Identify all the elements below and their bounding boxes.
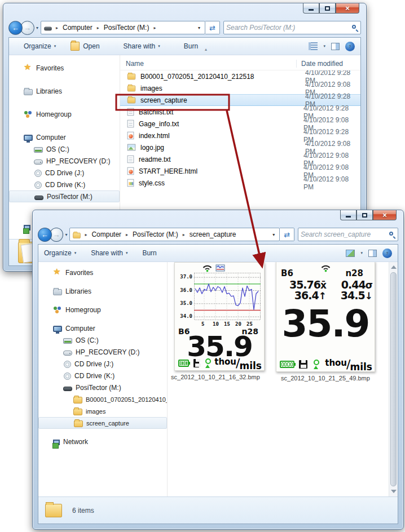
units-label: thou / mils (214, 356, 262, 370)
refresh-button[interactable]: ⇄ (205, 21, 220, 34)
column-header-name[interactable]: Name▴ (120, 60, 296, 68)
close-button[interactable]: × (336, 3, 359, 14)
toolbar-icon-button[interactable] (346, 250, 355, 257)
address-bar[interactable]: ▸ Computer▸PosiTector (M:)▸ ▾ (41, 21, 205, 34)
toolbar-icon-button[interactable]: ? (382, 249, 392, 258)
close-button[interactable]: × (373, 210, 397, 220)
toolbar-button[interactable]: Open (71, 42, 99, 51)
toolbar-icon-button[interactable]: ▾ (323, 44, 325, 48)
search-input[interactable] (226, 24, 352, 32)
sidebar-item[interactable]: Computer (9, 131, 120, 143)
toolbar-button[interactable]: Share with▾ (115, 42, 160, 51)
toolbar-icon-button[interactable]: ▾ (360, 251, 363, 255)
minimize-button[interactable] (340, 210, 356, 220)
thumbnail-sc-stats[interactable]: B6 n28 35.76x̄ 0.44σ 36.4↑ 34.5↓ 35.9 (276, 262, 375, 372)
search-input[interactable] (301, 230, 389, 238)
usb-icon (34, 196, 43, 200)
y-tick-label: 37.0 (176, 274, 192, 280)
toolbar-icon-button[interactable] (331, 43, 340, 50)
gauge-display: B6 n28 35.76x̄ 0.44σ 36.4↑ 34.5↓ 35.9 (276, 262, 375, 371)
sidebar-item[interactable]: Favorites (9, 62, 120, 74)
sidebar-item[interactable]: PosiTector (M:) (9, 190, 120, 202)
history-dropdown-icon[interactable]: ▾ (65, 232, 67, 237)
preview-pane-icon (368, 250, 377, 257)
toolbar-icon-button[interactable]: ? (345, 42, 355, 51)
cd-icon (34, 170, 42, 177)
sidebar-item[interactable]: CD Drive (J:) (9, 167, 120, 179)
navigation-bar: ← → ▾ ▸ Computer▸PosiTector (M:)▸screen_… (38, 226, 398, 243)
toolbar-button[interactable]: Burn (175, 42, 198, 51)
cd-icon (64, 373, 71, 380)
sidebar-item[interactable]: Network (38, 436, 167, 447)
sidebar-item[interactable]: Libraries (38, 285, 167, 297)
scrollbar-thumb[interactable] (390, 272, 397, 486)
address-dropdown-icon[interactable]: ▾ (270, 232, 277, 237)
scroll-up-icon[interactable] (391, 265, 397, 269)
osdrive-icon (34, 147, 43, 153)
cd-icon (64, 361, 71, 368)
breadcrumb-segment[interactable]: screen_capture (188, 230, 237, 239)
scroll-down-icon[interactable] (391, 490, 397, 493)
vertical-scrollbar[interactable] (389, 262, 398, 496)
sidebar-item[interactable]: screen_capture (38, 417, 167, 429)
file-name-caption[interactable]: sc_2012_10_10_21_16_32.bmp (168, 374, 263, 380)
sidebar-item[interactable]: OS (C:) (38, 334, 167, 346)
toolbar-icon-button[interactable] (368, 250, 377, 257)
x-tick-label: 15 (224, 321, 230, 327)
breadcrumb-segment[interactable]: PosiTector (M:) (131, 230, 179, 239)
network-icon (53, 440, 60, 445)
back-button[interactable]: ← (8, 21, 23, 35)
breadcrumb-segment[interactable]: Computer (90, 230, 122, 239)
refresh-button[interactable]: ⇄ (280, 228, 294, 241)
txt-icon (127, 108, 134, 116)
file-name-caption[interactable]: sc_2012_10_10_21_25_49.bmp (269, 375, 382, 382)
address-bar[interactable]: ▸ Computer▸PosiTector (M:)▸screen_captur… (69, 228, 280, 241)
maximize-button[interactable] (319, 3, 336, 14)
toolbar-right: ▾? (346, 249, 392, 258)
sidebar-item[interactable]: CD Drive (K:) (38, 370, 167, 382)
sidebar-item[interactable]: B00001_0702051_20120410_212518 (38, 393, 167, 405)
breadcrumb-segment[interactable]: PosiTector (M:) (103, 23, 151, 32)
folder-icon (127, 85, 135, 91)
toolbar-button[interactable]: Organize▾ (15, 42, 56, 51)
table-row[interactable]: style.css4/10/2012 9:08 PM (120, 177, 360, 189)
x-tick-label: 20 (235, 321, 241, 327)
sidebar-item[interactable]: Computer (38, 322, 167, 334)
column-header-date[interactable]: Date modified (296, 60, 360, 68)
search-box[interactable] (298, 228, 398, 241)
address-dropdown-icon[interactable]: ▾ (196, 25, 202, 30)
breadcrumb: Computer▸PosiTector (M:)▸screen_capture▸ (90, 230, 237, 239)
toolbar-button[interactable]: Burn (142, 249, 156, 257)
breadcrumb-segment[interactable]: Computer (61, 23, 94, 32)
history-dropdown-icon[interactable]: ▾ (36, 25, 38, 30)
sidebar-item[interactable]: CD Drive (J:) (38, 358, 167, 370)
back-button[interactable]: ← (38, 228, 52, 242)
sidebar-item[interactable]: Favorites (38, 267, 167, 278)
folder-icon (45, 504, 62, 517)
maximize-button[interactable] (356, 210, 373, 220)
refresh-icon: ⇄ (284, 230, 290, 239)
probe-zero-icon (204, 358, 209, 368)
toolbar-button[interactable]: Share with▾ (91, 249, 127, 257)
sidebar-item[interactable]: Homegroup (9, 108, 120, 120)
toolbar-button[interactable]: Organize▾ (44, 249, 76, 257)
x-tick-label: 5 (201, 321, 204, 327)
y-tick-label: 34.0 (176, 313, 192, 319)
sidebar-item[interactable]: Libraries (9, 85, 120, 97)
sidebar-item[interactable]: HP_RECOVERY (D:) (9, 155, 120, 167)
thumbnail-sc-graph[interactable]: 37.036.035.034.0 510152025 B6 n28 35.9 (174, 262, 265, 371)
back-icon: ← (12, 24, 19, 32)
sidebar-item[interactable]: PosiTector (M:) (38, 382, 167, 393)
sidebar-item[interactable]: Homegroup (38, 304, 167, 316)
minimize-button[interactable] (303, 3, 319, 14)
command-toolbar: Organize▾OpenShare with▾Burn ▾? (9, 38, 360, 55)
sidebar-item[interactable]: HP_RECOVERY (D:) (38, 346, 167, 358)
column-headers: Name▴ Date modified (120, 55, 360, 70)
navigation-bar: ← → ▾ ▸ Computer▸PosiTector (M:)▸ ▾ ⇄ (8, 19, 361, 36)
search-box[interactable] (223, 21, 361, 34)
sidebar-item[interactable]: OS (C:) (9, 143, 120, 155)
y-tick-label: 36.0 (176, 287, 192, 293)
toolbar-icon-button[interactable] (309, 42, 318, 50)
sidebar-item[interactable]: images (38, 405, 167, 417)
sidebar-item[interactable]: CD Drive (K:) (9, 179, 120, 190)
